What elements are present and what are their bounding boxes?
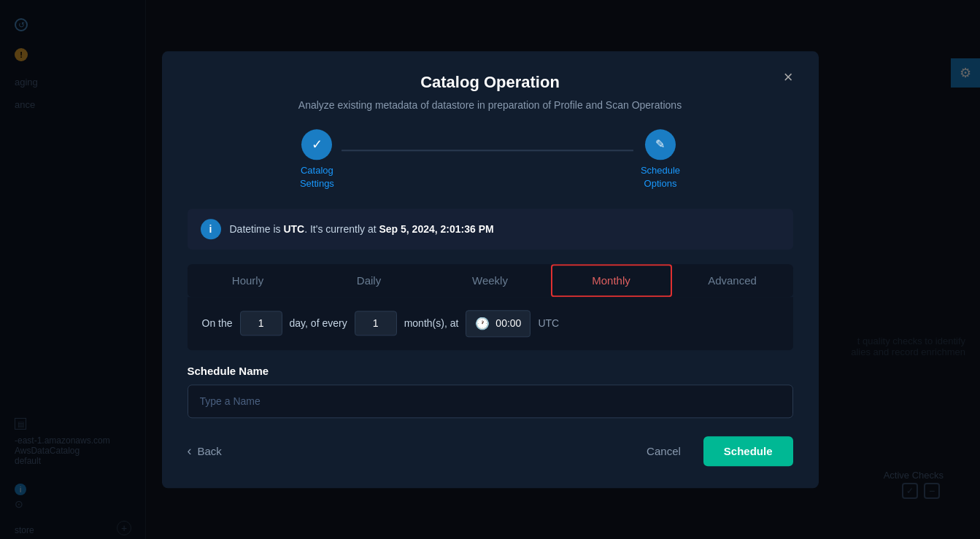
time-field: 🕐 00:00 (466, 310, 530, 337)
tab-advanced[interactable]: Advanced (672, 264, 793, 297)
step-connector (342, 150, 633, 152)
back-label: Back (198, 445, 222, 457)
catalog-operation-modal: Catalog Operation × Analyze existing met… (162, 51, 819, 488)
info-banner: i Datetime is UTC. It's currently at Sep… (188, 209, 793, 249)
day-label: day, of every (290, 318, 347, 330)
utc-label: UTC (538, 318, 559, 330)
step-catalog-settings: ✓ CatalogSettings (300, 129, 334, 190)
schedule-name-section: Schedule Name (188, 365, 793, 418)
timezone-label: UTC (283, 223, 304, 235)
clock-icon: 🕐 (475, 317, 490, 330)
info-icon: i (201, 219, 221, 239)
modal-subtitle: Analyze existing metadata of datastore i… (188, 99, 793, 111)
day-input[interactable] (240, 311, 282, 336)
modal-header: Catalog Operation × (188, 73, 793, 92)
tab-daily[interactable]: Daily (309, 264, 430, 297)
tab-hourly[interactable]: Hourly (188, 264, 309, 297)
footer-right: Cancel Schedule (635, 436, 792, 466)
month-label: month(s), at (404, 318, 459, 330)
back-button[interactable]: ‹ Back (188, 443, 222, 459)
steps-container: ✓ CatalogSettings ✎ ScheduleOptions (188, 129, 793, 190)
step-1-circle: ✓ (301, 129, 332, 160)
close-button[interactable]: × (784, 69, 793, 85)
step-2-icon: ✎ (655, 137, 665, 151)
schedule-button[interactable]: Schedule (703, 436, 793, 466)
tab-monthly[interactable]: Monthly (551, 264, 672, 297)
tab-weekly[interactable]: Weekly (430, 264, 551, 297)
modal-title: Catalog Operation (420, 73, 560, 92)
step-2-circle: ✎ (645, 129, 676, 160)
back-arrow-icon: ‹ (188, 443, 192, 459)
step-1-icon: ✓ (312, 136, 323, 152)
step-schedule-options: ✎ ScheduleOptions (641, 129, 680, 190)
step-2-label: ScheduleOptions (641, 164, 680, 190)
schedule-config-row: On the day, of every month(s), at 🕐 00:0… (188, 297, 793, 350)
schedule-tabs: Hourly Daily Weekly Monthly Advanced (188, 264, 793, 297)
schedule-name-label: Schedule Name (188, 365, 793, 377)
schedule-name-input[interactable] (188, 384, 793, 418)
info-text: Datetime is UTC. It's currently at Sep 5… (230, 223, 494, 235)
month-input[interactable] (355, 311, 397, 336)
on-the-label: On the (202, 318, 233, 330)
datetime-value: Sep 5, 2024, 2:01:36 PM (379, 223, 493, 235)
step-1-label: CatalogSettings (300, 164, 334, 190)
cancel-button[interactable]: Cancel (635, 438, 692, 465)
time-value: 00:00 (495, 318, 521, 330)
modal-footer: ‹ Back Cancel Schedule (188, 436, 793, 466)
